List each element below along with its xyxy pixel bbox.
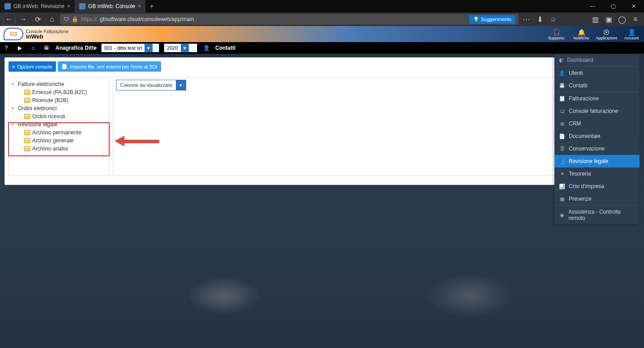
header-supporto[interactable]: 🎧 Supporto <box>544 28 569 40</box>
tree-label: Archivio permanente <box>32 129 81 136</box>
menu-icon[interactable]: ≡ <box>630 14 641 25</box>
menu-label: Presenze <box>569 196 592 202</box>
tab-title: GB inWeb: Console <box>88 3 135 9</box>
app-mega-menu: ◐ Dashboard 👤Utenti 📇Contatti 🧾Fatturazi… <box>554 54 640 224</box>
menu-label: CRM <box>569 120 581 127</box>
browser-tab-0[interactable]: GB inWeb: Revisione × <box>0 0 75 13</box>
menu-label: Dashboard <box>567 57 593 63</box>
menu-item-crisi[interactable]: 📊Crisi d'impresa <box>554 180 640 193</box>
header-account[interactable]: 👤 Account <box>619 28 644 40</box>
chevron-down-icon: ▾ <box>12 122 16 127</box>
console-icon: 🗂 <box>559 108 565 114</box>
help-icon[interactable]: ? <box>2 45 11 51</box>
menu-item-presenze[interactable]: ▦Presenze <box>554 193 640 206</box>
tree-label: Emesse (PA,B2B,B2C) <box>32 89 87 95</box>
window-controls: — ▢ ✕ <box>582 0 644 13</box>
url-field[interactable]: 🛡 🔒 https:// gbsoftware.cloud/consoleweb… <box>60 14 519 25</box>
suggestion-badge[interactable]: 💡 Suggerimento <box>469 15 516 24</box>
library-icon[interactable]: ▥ <box>589 14 601 25</box>
tree-item[interactable]: Ordini ricevuti <box>23 112 107 120</box>
tree-group-fatture[interactable]: ▾ Fatture elettroniche <box>11 80 107 88</box>
apps-icon: ⦿ <box>594 29 619 36</box>
tree-group-revisione[interactable]: ▾ Revisione legale <box>11 120 107 129</box>
chevron-down-icon: ▾ <box>176 80 186 90</box>
archive-icon: 🗄 <box>559 146 565 151</box>
menu-item-utenti[interactable]: 👤Utenti <box>554 67 640 79</box>
contatti-label[interactable]: Contatti <box>215 45 235 51</box>
tree-group-ordini[interactable]: ▾ Ordini elettronici <box>11 104 107 112</box>
tree-item[interactable]: Ricevute (B2B) <box>23 96 107 104</box>
chart-icon: 📊 <box>559 184 565 189</box>
menu-item-contatti[interactable]: 📇Contatti <box>554 79 640 92</box>
browser-tab-1[interactable]: GB inWeb: Console × <box>75 0 145 13</box>
sidebar-icon[interactable]: ▣ <box>603 14 614 25</box>
importa-xml-button[interactable]: 📄 Importa file .xml esterni per l'invio … <box>58 61 161 72</box>
anno-combo[interactable]: 2020 ▾ <box>164 43 197 52</box>
menu-label: Assistenza - Controllo remoto <box>568 209 635 221</box>
forward-button[interactable]: → <box>17 13 30 25</box>
reload-button[interactable]: ⟳ <box>31 13 44 25</box>
star-icon: ✦ <box>559 171 565 177</box>
download-icon[interactable]: ⬇ <box>534 14 546 25</box>
menu-dashboard[interactable]: ◐ Dashboard <box>554 54 640 67</box>
app-toolbar: ? ▶ ⌂ 🏛 Anagrafica Ditte 001 - ditta tes… <box>0 42 644 54</box>
tree-label: Ordini elettronici <box>18 105 57 112</box>
menu-item-revisione-legale[interactable]: 📘Revisione legale <box>554 155 640 168</box>
header-applicazioni[interactable]: ⦿ Applicazioni <box>594 28 619 40</box>
ditta-value: 001 - ditta test srl <box>102 45 145 51</box>
app-logo[interactable]: G3 Console Fatturazione inWeb <box>0 28 72 40</box>
calendar-icon: ▦ <box>559 196 565 202</box>
close-tab-icon[interactable]: × <box>67 3 70 9</box>
invoice-icon: 🧾 <box>559 96 565 102</box>
tree-item[interactable]: Archivio analisi <box>23 145 107 153</box>
home-icon[interactable]: ⌂ <box>29 45 38 51</box>
tree-item[interactable]: Archivio generale <box>23 137 107 145</box>
window-titlebar: GB inWeb: Revisione × GB inWeb: Console … <box>0 0 644 13</box>
bookmark-icon[interactable]: ☆ <box>547 14 559 25</box>
ditta-combo[interactable]: 001 - ditta test srl ▾ <box>101 43 159 52</box>
file-icon: 📄 <box>61 64 68 69</box>
back-button[interactable]: ← <box>3 13 15 25</box>
main-panel: ≡ Opzioni console 📄 Importa file .xml es… <box>4 57 640 185</box>
remote-icon: ◉ <box>559 212 565 218</box>
tree-item[interactable]: Archivio permanente <box>23 129 107 137</box>
close-tab-icon[interactable]: × <box>138 3 141 9</box>
contacts-icon: 📇 <box>559 83 565 89</box>
book-icon: 📘 <box>559 159 565 164</box>
colonne-combo[interactable]: Colonne da visualizzare ▾ <box>116 80 186 90</box>
more-icon[interactable]: ⋯ <box>520 14 532 25</box>
new-tab-button[interactable]: + <box>145 0 158 13</box>
minimize-button[interactable]: — <box>582 0 603 13</box>
header-notifiche[interactable]: 🔔 Notifiche <box>569 28 594 40</box>
menu-item-documentale[interactable]: 📄Documentale <box>554 130 640 142</box>
menu-item-fatturazione[interactable]: 🧾Fatturazione <box>554 92 640 105</box>
header-label: Notifiche <box>569 36 594 40</box>
chevron-down-icon: ▾ <box>181 44 189 52</box>
close-window-button[interactable]: ✕ <box>623 0 644 13</box>
menu-item-crm[interactable]: ⊞CRM <box>554 117 640 130</box>
tree-label: Ordini ricevuti <box>32 113 65 120</box>
anagrafica-label: Anagrafica Ditte <box>55 45 97 51</box>
button-label: Opzioni console <box>17 64 52 69</box>
tree-item[interactable]: Emesse (PA,B2B,B2C) <box>23 88 107 96</box>
lock-icon: 🔒 <box>72 16 78 22</box>
opzioni-console-button[interactable]: ≡ Opzioni console <box>9 61 56 72</box>
url-protocol: https:// <box>81 16 97 22</box>
menu-item-tesoreria[interactable]: ✦Tesoreria <box>554 168 640 180</box>
building-icon[interactable]: 🏛 <box>42 45 51 51</box>
menu-item-assistenza[interactable]: ◉Assistenza - Controllo remoto <box>554 206 640 224</box>
grid-icon: ⊞ <box>559 121 565 127</box>
profile-icon[interactable]: ◯ <box>616 14 628 25</box>
menu-item-conservazione[interactable]: 🗄Conservazione <box>554 142 640 155</box>
list-icon: ≡ <box>12 64 15 69</box>
folder-icon <box>24 90 30 95</box>
maximize-button[interactable]: ▢ <box>603 0 623 13</box>
menu-item-console-fatt[interactable]: 🗂Console fatturazione <box>554 105 640 117</box>
home-button[interactable]: ⌂ <box>46 13 58 25</box>
tree-label: Ricevute (B2B) <box>32 97 68 103</box>
video-icon[interactable]: ▶ <box>15 45 24 51</box>
favicon-icon <box>79 3 85 9</box>
header-actions: 🎧 Supporto 🔔 Notifiche ⦿ Applicazioni 👤 … <box>544 28 644 40</box>
menu-label: Documentale <box>569 133 601 139</box>
brand-text: Console Fatturazione inWeb <box>26 29 68 39</box>
